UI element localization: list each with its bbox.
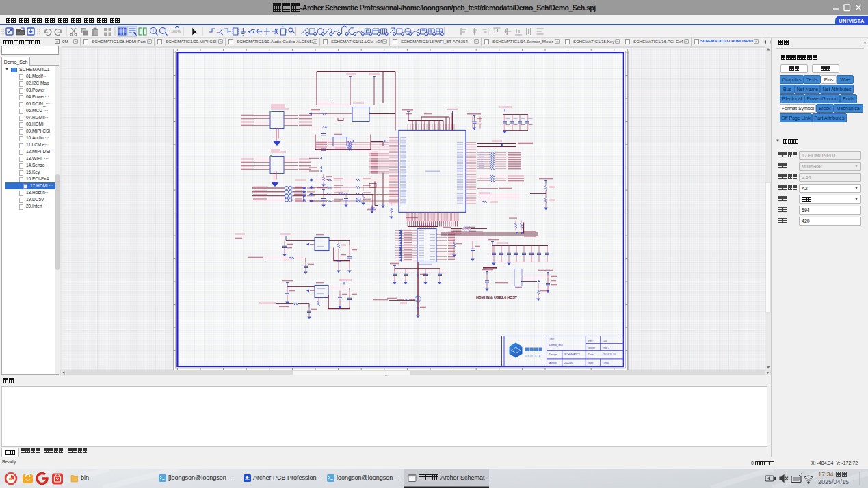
svg-text:Demo_Sch: Demo_Sch <box>549 343 563 347</box>
svg-text:SCHEMATIC1: SCHEMATIC1 <box>564 353 580 356</box>
svg-text:1.0: 1.0 <box>603 339 607 342</box>
svg-text:−: − <box>161 29 164 33</box>
svg-text:9 of 1: 9 of 1 <box>603 347 609 349</box>
svg-text:Rev:: Rev: <box>588 339 593 342</box>
svg-text:T900: T900 <box>603 362 609 364</box>
svg-text:202240: 202240 <box>564 362 573 364</box>
svg-text:Design:: Design: <box>549 353 557 356</box>
svg-text:Author:: Author: <box>549 362 557 364</box>
svg-text:100%: 100% <box>171 29 181 33</box>
svg-text:+: + <box>152 29 155 33</box>
svg-text:Date:: Date: <box>588 353 594 356</box>
svg-text:2024-11-30: 2024-11-30 <box>603 353 616 356</box>
svg-text:Title:: Title: <box>549 338 555 340</box>
svg-text:Sheet:: Sheet: <box>588 347 595 349</box>
svg-text:Size:: Size: <box>588 362 594 364</box>
svg-text:UNIVISTA: UNIVISTA <box>525 354 541 357</box>
svg-text:HDMI IN & USB2.0 HOST: HDMI IN & USB2.0 HOST <box>476 295 518 299</box>
